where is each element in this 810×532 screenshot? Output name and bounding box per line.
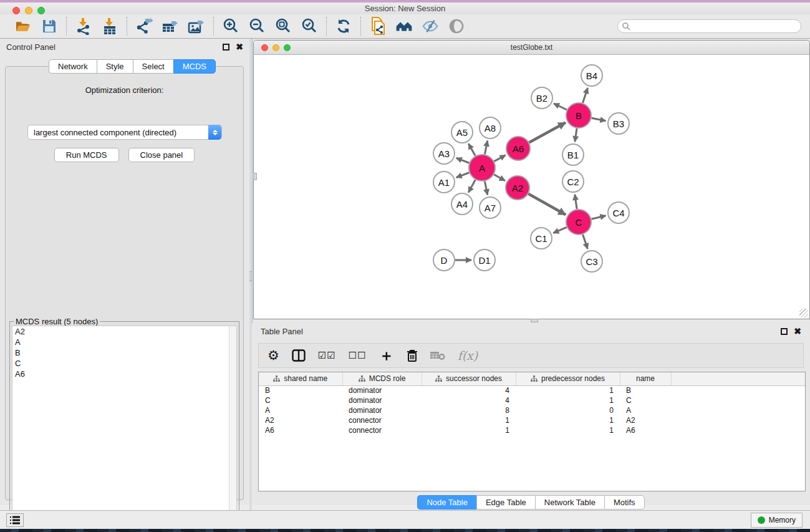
result-list-item[interactable]: A [12, 337, 236, 347]
clone-network-icon[interactable] [369, 17, 387, 35]
export-table-icon[interactable] [162, 17, 179, 35]
zoom-selected-icon[interactable] [301, 17, 318, 35]
column-header[interactable]: successor nodes [422, 372, 516, 385]
table-row[interactable]: Adominator80A [259, 405, 805, 415]
graph-node-A8[interactable]: A8 [480, 117, 501, 138]
tab-edge-table[interactable]: Edge Table [476, 495, 535, 510]
close-panel-button[interactable]: Close panel [128, 148, 195, 162]
graph-node-A5[interactable]: A5 [451, 122, 473, 143]
zoom-in-icon[interactable] [222, 17, 239, 35]
graph-node-C[interactable]: C [566, 210, 591, 235]
delete-table-icon[interactable] [430, 351, 445, 360]
result-list-item[interactable]: B [12, 347, 236, 358]
open-file-icon[interactable] [14, 17, 32, 35]
graph-node-C3[interactable]: C3 [581, 251, 602, 272]
graph-edge-C-C2[interactable] [575, 195, 577, 209]
graph-node-A6[interactable]: A6 [506, 137, 530, 160]
tab-style[interactable]: Style [97, 59, 133, 74]
network-graph[interactable]: B4B2BB3A5A8A6B1A3AC2A1A2A4A7CC4C1C3DD1 [254, 55, 809, 319]
graph-node-D[interactable]: D [433, 249, 455, 271]
graph-edge-C-C4[interactable] [591, 216, 605, 219]
graph-node-C2[interactable]: C2 [562, 171, 584, 192]
first-neighbors-icon[interactable] [395, 17, 413, 35]
column-header[interactable]: predecessor nodes [516, 372, 620, 385]
task-history-icon[interactable] [6, 513, 24, 527]
export-network-icon[interactable] [135, 17, 153, 35]
tab-mcds[interactable]: MCDS [173, 59, 216, 74]
graph-edge-A-A4[interactable] [468, 180, 475, 192]
graph-edge-C-C3[interactable] [583, 235, 588, 249]
graph-node-C4[interactable]: C4 [608, 202, 629, 223]
column-header[interactable]: shared name [259, 372, 342, 385]
window-titlebar[interactable]: Session: New Session [0, 2, 810, 14]
graph-edge-A-A6[interactable] [494, 155, 505, 162]
result-list-item[interactable]: A2 [12, 326, 236, 337]
run-mcds-button[interactable]: Run MCDS [54, 148, 119, 162]
graph-node-B1[interactable]: B1 [562, 144, 584, 165]
network-window-titlebar[interactable]: testGlobe.txt [254, 41, 809, 55]
graph-edge-A6-B[interactable] [529, 123, 566, 143]
graph-edge-B-B2[interactable] [554, 104, 567, 110]
graph-node-B3[interactable]: B3 [608, 113, 629, 134]
graph-edge-A-A1[interactable] [456, 173, 470, 178]
select-checked-icon[interactable]: ☑☑ [318, 350, 336, 361]
graph-edge-B-B4[interactable] [583, 88, 588, 103]
canvas-handle-bottom[interactable] [531, 319, 538, 322]
select-unchecked-icon[interactable]: ☐☐ [349, 350, 367, 361]
graph-node-A[interactable]: A [469, 155, 495, 181]
graph-edge-A-A8[interactable] [485, 141, 487, 155]
graph-node-B[interactable]: B [566, 103, 591, 128]
float-table-panel-icon[interactable] [781, 328, 788, 335]
graph-node-D1[interactable]: D1 [474, 249, 495, 271]
graph-edge-A-A5[interactable] [468, 143, 475, 156]
graph-edge-A-A3[interactable] [456, 158, 470, 163]
graph-node-A3[interactable]: A3 [433, 143, 455, 164]
tab-motifs[interactable]: Motifs [604, 495, 645, 510]
import-network-icon[interactable] [75, 17, 92, 35]
canvas-handle-left[interactable] [253, 173, 257, 180]
graph-edge-B-B1[interactable] [575, 128, 577, 142]
graph-edge-C-C1[interactable] [553, 227, 566, 233]
import-table-icon[interactable] [101, 17, 118, 35]
graph-node-A1[interactable]: A1 [433, 172, 455, 193]
graph-edge-B-B3[interactable] [592, 118, 606, 121]
search-input[interactable] [617, 19, 801, 33]
minimize-window-icon[interactable] [25, 7, 32, 14]
result-list-scrollbar[interactable] [229, 326, 236, 531]
add-column-icon[interactable]: ＋ [379, 349, 394, 362]
result-list-item[interactable]: A6 [12, 369, 236, 379]
mcds-result-list[interactable]: A2ABCA6 [12, 326, 237, 531]
close-panel-icon[interactable]: ✖ [236, 44, 243, 51]
graph-edge-A-A7[interactable] [485, 181, 487, 195]
graph-edge-A-A2[interactable] [494, 175, 505, 181]
table-row[interactable]: A6connector11A6 [259, 425, 805, 435]
graph-node-A2[interactable]: A2 [506, 176, 529, 200]
network-window[interactable]: testGlobe.txt B4B2BB3A5A8A [253, 40, 810, 319]
network-canvas[interactable]: B4B2BB3A5A8A6B1A3AC2A1A2A4A7CC4C1C3DD1 [254, 55, 809, 319]
graph-node-C1[interactable]: C1 [531, 228, 552, 249]
float-panel-icon[interactable] [223, 44, 229, 51]
function-builder-icon[interactable]: f(x) [458, 349, 478, 362]
zoom-fit-icon[interactable] [274, 17, 292, 35]
table-row[interactable]: Bdominator41B [259, 385, 805, 395]
close-table-panel-icon[interactable]: ✖ [794, 328, 801, 335]
graph-edge-A2-C[interactable] [528, 194, 566, 215]
zoom-window-icon[interactable] [37, 7, 45, 14]
graph-node-B4[interactable]: B4 [581, 65, 602, 86]
save-session-icon[interactable] [41, 17, 58, 35]
tab-network-table[interactable]: Network Table [535, 495, 604, 510]
graph-node-A7[interactable]: A7 [480, 197, 501, 218]
network-zoom-icon[interactable] [284, 44, 291, 51]
show-graphics-icon[interactable] [448, 17, 465, 35]
tab-select[interactable]: Select [133, 59, 173, 74]
tab-network[interactable]: Network [49, 59, 97, 74]
zoom-out-icon[interactable] [248, 17, 266, 35]
refresh-icon[interactable] [335, 17, 352, 35]
network-minimize-icon[interactable] [272, 44, 279, 51]
column-header[interactable]: MCDS role [342, 372, 422, 385]
node-table[interactable]: shared nameMCDS rolesuccessor nodesprede… [259, 372, 806, 435]
settings-gear-icon[interactable]: ⚙ [268, 349, 279, 362]
hide-selected-icon[interactable] [422, 17, 439, 35]
graph-node-B2[interactable]: B2 [531, 87, 552, 109]
window-resize-grip[interactable] [799, 309, 808, 317]
